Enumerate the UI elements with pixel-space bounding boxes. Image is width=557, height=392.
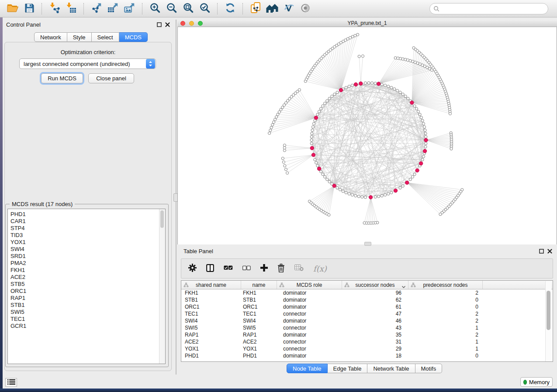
- table-row[interactable]: ORC1ORC1dominator610: [181, 303, 553, 310]
- table-panel-close-button[interactable]: [547, 248, 553, 254]
- deselect-all-button[interactable]: [242, 265, 251, 272]
- cell-predecessor-nodes[interactable]: 0: [408, 304, 483, 310]
- cell-shared-name[interactable]: SWI5: [181, 325, 241, 331]
- cell-MCDS-role[interactable]: dominator: [277, 297, 342, 303]
- window-zoom-light[interactable]: [198, 21, 203, 26]
- cell-name[interactable]: TEC1: [241, 311, 277, 317]
- cell-name[interactable]: SWI4: [241, 318, 277, 324]
- cell-MCDS-role[interactable]: connector: [277, 325, 342, 331]
- mcds-result-item[interactable]: PMA2: [8, 260, 165, 267]
- cell-shared-name[interactable]: PHD1: [181, 353, 241, 359]
- houses-button[interactable]: [265, 2, 280, 16]
- cell-shared-name[interactable]: FKH1: [181, 290, 241, 296]
- mcds-result-item[interactable]: ACE2: [8, 274, 165, 281]
- tab-motifs[interactable]: Motifs: [415, 364, 443, 373]
- cell-successor-nodes[interactable]: 96: [342, 290, 408, 296]
- table-row[interactable]: TEC1TEC1connector472: [181, 310, 553, 317]
- v-badge-button[interactable]: [281, 2, 296, 16]
- tab-network[interactable]: Network: [34, 32, 67, 42]
- zoom-out-button[interactable]: [164, 2, 179, 16]
- mcds-result-item[interactable]: STB1: [8, 302, 165, 309]
- table-row[interactable]: YOX1YOX1connector291: [181, 345, 553, 352]
- import-network-button[interactable]: [47, 2, 62, 16]
- column-header-successor-nodes[interactable]: successor nodes: [342, 281, 408, 289]
- optimization-criterion-select[interactable]: largest connected component (undirected): [19, 58, 156, 69]
- cell-shared-name[interactable]: SWI4: [181, 318, 241, 324]
- table-row[interactable]: RAP1RAP1dominator352: [181, 331, 553, 338]
- mcds-list-scrollbar-thumb[interactable]: [160, 210, 164, 228]
- cell-successor-nodes[interactable]: 47: [342, 311, 408, 317]
- mcds-result-item[interactable]: STB5: [8, 281, 165, 288]
- zoom-selected-button[interactable]: [197, 2, 212, 16]
- table-row[interactable]: PHD1PHD1dominator180: [181, 352, 553, 359]
- cell-successor-nodes[interactable]: 46: [342, 318, 408, 324]
- cell-successor-nodes[interactable]: 61: [342, 304, 408, 310]
- mcds-result-item[interactable]: TID3: [8, 232, 165, 239]
- window-minimize-light[interactable]: [189, 21, 194, 26]
- mcds-result-item[interactable]: TEC1: [8, 316, 165, 323]
- column-header-shared-name[interactable]: shared name: [181, 281, 241, 289]
- network-canvas[interactable]: [177, 27, 557, 244]
- cell-name[interactable]: ACE2: [241, 339, 277, 345]
- table-panel-float-button[interactable]: [538, 248, 544, 254]
- open-button[interactable]: [5, 2, 20, 16]
- cell-successor-nodes[interactable]: 62: [342, 297, 408, 303]
- mcds-result-item[interactable]: PHD1: [8, 211, 165, 218]
- table-row[interactable]: SWI4SWI4dominator462: [181, 317, 553, 324]
- mcds-result-item[interactable]: SRD1: [8, 253, 165, 260]
- mcds-result-item[interactable]: YOX1: [8, 239, 165, 246]
- network-window-titlebar[interactable]: YPA_prune.txt_1: [177, 20, 557, 27]
- mcds-result-item[interactable]: FKH1: [8, 267, 165, 274]
- cell-name[interactable]: RAP1: [241, 332, 277, 338]
- tab-select[interactable]: Select: [92, 32, 119, 42]
- cell-predecessor-nodes[interactable]: 2: [408, 318, 483, 324]
- column-header-name[interactable]: name: [241, 281, 277, 289]
- cell-shared-name[interactable]: ACE2: [181, 339, 241, 345]
- cell-name[interactable]: SWI5: [241, 325, 277, 331]
- table-row[interactable]: STB1STB1dominator620: [181, 296, 553, 303]
- cell-shared-name[interactable]: TEC1: [181, 311, 241, 317]
- mcds-result-item[interactable]: SWI5: [8, 309, 165, 316]
- cell-MCDS-role[interactable]: connector: [277, 311, 342, 317]
- cell-successor-nodes[interactable]: 31: [342, 339, 408, 345]
- cell-shared-name[interactable]: RAP1: [181, 332, 241, 338]
- cell-predecessor-nodes[interactable]: 1: [408, 346, 483, 352]
- mcds-result-item[interactable]: GCR1: [8, 323, 165, 330]
- export-table-button[interactable]: [106, 2, 121, 16]
- split-columns-button[interactable]: [206, 264, 214, 273]
- cell-MCDS-role[interactable]: connector: [277, 339, 342, 345]
- cell-predecessor-nodes[interactable]: 0: [408, 353, 483, 359]
- tab-style[interactable]: Style: [67, 32, 92, 42]
- zoom-in-button[interactable]: [148, 2, 163, 16]
- mcds-result-item[interactable]: RAP1: [8, 295, 165, 302]
- horizontal-splitter-handle[interactable]: [364, 242, 371, 246]
- memory-button[interactable]: Memory: [520, 377, 553, 387]
- cell-predecessor-nodes[interactable]: 2: [408, 290, 483, 296]
- export-image-button[interactable]: [122, 2, 137, 16]
- cell-successor-nodes[interactable]: 35: [342, 332, 408, 338]
- eye-button[interactable]: [298, 2, 313, 16]
- cell-MCDS-role[interactable]: dominator: [277, 318, 342, 324]
- table-scrollbar[interactable]: [545, 281, 551, 361]
- cell-shared-name[interactable]: ORC1: [181, 304, 241, 310]
- cell-predecessor-nodes[interactable]: 2: [408, 332, 483, 338]
- mcds-result-item[interactable]: STP4: [8, 225, 165, 232]
- mcds-result-item[interactable]: SWI4: [8, 246, 165, 253]
- gear-button[interactable]: [188, 264, 197, 273]
- close-panel-button[interactable]: Close panel: [88, 73, 134, 83]
- cell-name[interactable]: YOX1: [241, 346, 277, 352]
- tab-edge-table[interactable]: Edge Table: [328, 364, 368, 373]
- cell-successor-nodes[interactable]: 43: [342, 325, 408, 331]
- network-from-selection-button[interactable]: [248, 2, 263, 16]
- cell-shared-name[interactable]: YOX1: [181, 346, 241, 352]
- import-table-button[interactable]: [64, 2, 79, 16]
- mcds-list-scrollbar[interactable]: [159, 209, 165, 364]
- status-list-button[interactable]: [5, 378, 17, 387]
- cell-MCDS-role[interactable]: connector: [277, 346, 342, 352]
- refresh-layout-button[interactable]: [223, 2, 238, 16]
- table-scrollbar-thumb[interactable]: [547, 291, 550, 330]
- save-button[interactable]: [22, 2, 37, 16]
- cell-shared-name[interactable]: STB1: [181, 297, 241, 303]
- cell-name[interactable]: STB1: [241, 297, 277, 303]
- cell-MCDS-role[interactable]: dominator: [277, 290, 342, 296]
